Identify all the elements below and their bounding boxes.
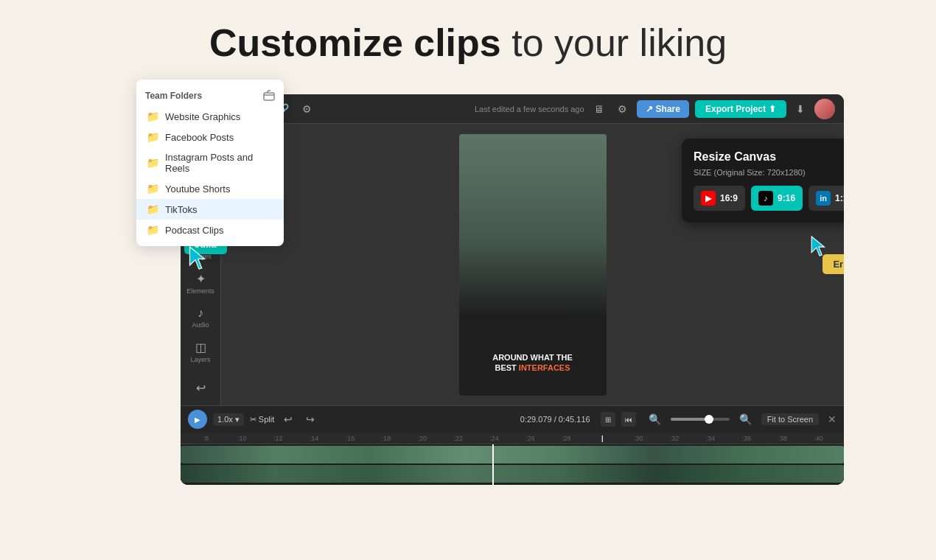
play-button[interactable]: ▶ xyxy=(188,410,207,429)
zoom-out-button[interactable]: 🔍 xyxy=(645,411,665,427)
export-button[interactable]: Export Project ⬆ xyxy=(695,100,786,118)
caption-line2: BEST INTERFACES xyxy=(467,363,599,373)
folder-item-instagram[interactable]: 📁 Instagram Posts and Reels xyxy=(136,147,284,178)
share-button[interactable]: ↗ Share xyxy=(637,100,689,118)
timeline-playhead[interactable] xyxy=(492,444,494,485)
split-button[interactable]: ✂ Split xyxy=(250,415,274,424)
title-bold: Customize clips xyxy=(209,21,501,64)
resize-title: Resize Canvas xyxy=(694,150,839,164)
folder-icon: 📁 xyxy=(147,131,159,143)
monitor-button[interactable]: 🖥 xyxy=(590,101,608,117)
folder-label: Website Graphics xyxy=(165,111,240,122)
folder-item-tiktoks[interactable]: 📁 TikToks xyxy=(136,199,284,220)
video-preview: AROUND WHAT THE BEST INTERFACES xyxy=(459,134,607,396)
svg-marker-2 xyxy=(811,237,824,256)
undo-timeline-button[interactable]: ↩ xyxy=(280,411,296,427)
tick-14: :14 xyxy=(296,435,332,442)
tiktok-ratio: 9:16 xyxy=(778,193,795,203)
tick-playhead: | xyxy=(584,435,621,442)
save-status: Last edited a few seconds ago xyxy=(475,105,584,113)
resize-size-label: SIZE (Original Size: 720x1280) xyxy=(694,168,839,177)
timeline-marker-button[interactable]: ⊞ xyxy=(601,412,615,427)
folder-label: Podcast Clips xyxy=(165,225,223,236)
timeline-controls: ▶ 1.0x ▾ ✂ Split ↩ ↪ 0:29.079 / 0:45.116… xyxy=(181,406,844,433)
svg-marker-1 xyxy=(190,247,205,269)
settings2-button[interactable]: ⚙ xyxy=(614,101,631,117)
eric-label: Eric xyxy=(823,254,844,274)
youtube-ratio: 16:9 xyxy=(720,193,738,203)
folder-label: Facebook Posts xyxy=(165,132,234,143)
svg-rect-0 xyxy=(264,93,274,100)
team-folders-header: Team Folders xyxy=(136,85,284,106)
resize-option-youtube[interactable]: ▶ 16:9 xyxy=(694,186,745,211)
zoom-handle[interactable] xyxy=(705,415,713,424)
tick-20: :20 xyxy=(404,435,440,442)
download-button[interactable]: ⬇ xyxy=(792,101,808,117)
tick-10: :10 xyxy=(224,435,260,442)
scissors-icon: ✂ xyxy=(250,415,256,424)
fit-screen-button[interactable]: Fit to Screen xyxy=(761,413,819,425)
folder-icon: 📁 xyxy=(147,203,159,215)
video-caption: AROUND WHAT THE BEST INTERFACES xyxy=(459,352,607,374)
timeline-area: ▶ 1.0x ▾ ✂ Split ↩ ↪ 0:29.079 / 0:45.116… xyxy=(181,405,844,485)
folder-item-podcast[interactable]: 📁 Podcast Clips xyxy=(136,220,284,240)
youtube-icon: ▶ xyxy=(701,191,716,206)
resize-option-linkedin[interactable]: in 1:1 xyxy=(808,186,844,211)
redo-timeline-button[interactable]: ↪ xyxy=(302,411,318,427)
tick-32: :32 xyxy=(657,435,693,442)
tick-26: :26 xyxy=(512,435,548,442)
tick-38: :38 xyxy=(764,435,800,442)
tick-18: :18 xyxy=(368,435,404,442)
team-folders-title: Team Folders xyxy=(145,91,202,101)
layers-label: Layers xyxy=(190,356,210,363)
tick-30: :30 xyxy=(621,435,657,442)
speed-value: 1.0x xyxy=(217,415,233,424)
folder-icon: 📁 xyxy=(147,111,159,122)
audio-label: Audio xyxy=(192,321,209,329)
linkedin-icon: in xyxy=(816,191,831,206)
tick-24: :24 xyxy=(476,435,512,442)
undo-icon: ↩ xyxy=(196,381,206,395)
timeline-ruler: :8 :10 :12 :14 :16 :18 :20 :22 :24 :26 :… xyxy=(181,433,844,444)
tick-28: :28 xyxy=(548,435,584,442)
title-regular: to your liking xyxy=(501,21,727,64)
folder-item-facebook[interactable]: 📁 Facebook Posts xyxy=(136,127,284,147)
folder-label: Youtube Shorts xyxy=(165,183,230,195)
tick-8: :8 xyxy=(188,435,224,442)
settings-button[interactable]: ⚙ xyxy=(298,101,315,117)
audio-track-2[interactable] xyxy=(181,465,844,483)
team-folders-dropdown: Team Folders 📁 Website Graphics 📁 Facebo… xyxy=(136,80,284,246)
sidebar-item-layers[interactable]: ◫ Layers xyxy=(181,336,220,368)
caption-highlight: INTERFACES xyxy=(519,363,570,372)
folder-label: TikToks xyxy=(165,204,198,215)
tick-34: :34 xyxy=(692,435,728,442)
sidebar-item-audio[interactable]: ♪ Audio xyxy=(181,302,220,333)
folder-item-website[interactable]: 📁 Website Graphics xyxy=(136,106,284,127)
timeline-tracks[interactable] xyxy=(181,444,844,485)
linkedin-ratio: 1:1 xyxy=(835,193,844,203)
speed-control[interactable]: 1.0x ▾ xyxy=(213,413,244,426)
audio-track-1[interactable] xyxy=(181,446,844,463)
export-icon: ⬆ xyxy=(769,104,776,114)
sidebar-item-undo[interactable]: ↩ xyxy=(181,377,220,399)
close-timeline-button[interactable]: ✕ xyxy=(828,413,837,425)
caption-normal: BEST xyxy=(495,363,518,372)
editor-wrapper: Team Folders 📁 Website Graphics 📁 Facebo… xyxy=(136,80,800,492)
folder-icon: 📁 xyxy=(147,224,159,236)
share-icon: ↗ xyxy=(646,104,653,114)
folder-icon: 📁 xyxy=(147,183,159,195)
folder-add-icon[interactable] xyxy=(263,90,275,102)
caption-line1: AROUND WHAT THE xyxy=(467,352,599,363)
folder-item-youtube[interactable]: 📁 Youtube Shorts xyxy=(136,178,284,199)
resize-option-tiktok[interactable]: ♪ 9:16 xyxy=(751,186,803,211)
share-label: Share xyxy=(656,104,680,114)
layers-icon: ◫ xyxy=(195,340,206,354)
canvas-area[interactable]: AROUND WHAT THE BEST INTERFACES Julia Re… xyxy=(221,124,844,405)
folder-label: Instagram Posts and Reels xyxy=(165,152,273,174)
zoom-in-button[interactable]: 🔍 xyxy=(736,411,755,427)
resize-options: ▶ 16:9 ♪ 9:16 in 1:1 xyxy=(694,186,839,211)
page-header: Customize clips to your liking xyxy=(0,0,936,80)
skip-start-button[interactable]: ⏮ xyxy=(621,412,636,427)
user-avatar xyxy=(814,99,835,119)
zoom-slider[interactable] xyxy=(671,418,730,421)
